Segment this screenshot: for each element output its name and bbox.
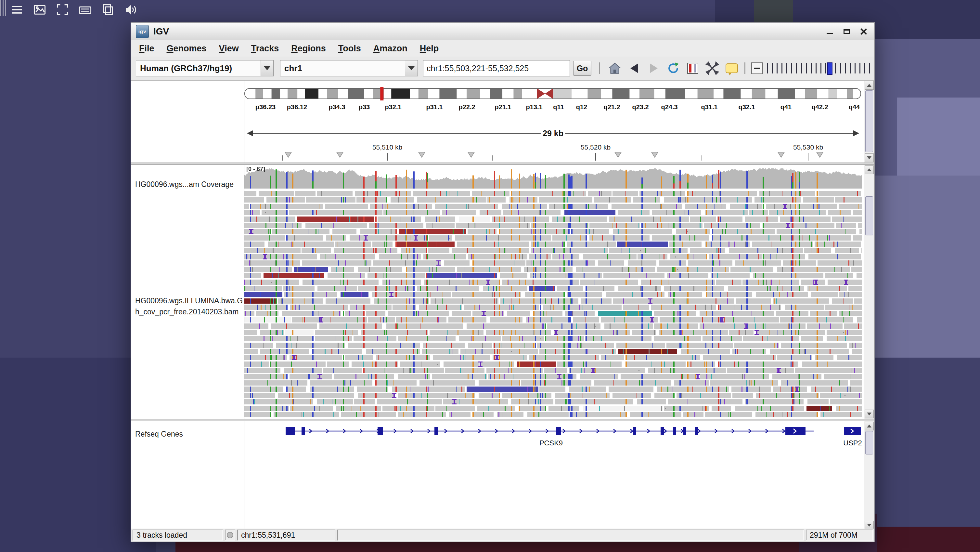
igv-logo: igv <box>136 25 149 38</box>
maximize-icon <box>843 29 850 34</box>
svg-text:q42.2: q42.2 <box>811 104 828 110</box>
desktop-patch <box>754 0 793 23</box>
close-icon <box>860 28 867 35</box>
svg-text:q12: q12 <box>576 104 587 110</box>
ideogram-panel: p36.23p36.12p34.3p33p32.1p31.1p22.2p21.1… <box>131 81 874 163</box>
panel-divider[interactable] <box>131 419 874 421</box>
alignment-scrollbar[interactable] <box>864 165 874 419</box>
desktop-patch <box>858 175 980 357</box>
svg-text:p22.2: p22.2 <box>458 104 475 110</box>
svg-text:55,530 kb: 55,530 kb <box>793 144 823 151</box>
forward-icon <box>645 59 663 77</box>
alignment-track-name-line2[interactable]: h_cov_pcr_free.20140203.bam <box>135 308 239 316</box>
svg-text:q21.2: q21.2 <box>603 104 620 110</box>
scroll-up-icon[interactable] <box>865 81 874 90</box>
status-indicator <box>225 530 235 541</box>
panel-grip[interactable] <box>0 0 8 16</box>
maximize-button[interactable] <box>841 26 853 37</box>
close-button[interactable] <box>858 26 870 37</box>
message-area <box>337 530 804 541</box>
genes-name-column: Refseq Genes <box>131 421 244 530</box>
svg-text:p34.3: p34.3 <box>329 104 345 110</box>
chevron-down-icon[interactable] <box>405 61 418 76</box>
keyboard-icon[interactable] <box>78 3 92 17</box>
menu-tools[interactable]: Tools <box>338 43 361 54</box>
desktop-taskbar <box>10 3 138 17</box>
scroll-up-icon[interactable] <box>865 166 874 174</box>
scroll-down-icon[interactable] <box>865 521 874 530</box>
status-dot-icon <box>227 532 233 538</box>
screenshot-icon[interactable] <box>32 3 47 17</box>
refresh-icon[interactable] <box>665 59 682 77</box>
svg-text:p32.1: p32.1 <box>385 104 401 110</box>
svg-text:p31.1: p31.1 <box>426 104 442 110</box>
menu-view[interactable]: View <box>219 43 239 54</box>
desktop-patch <box>897 97 980 175</box>
toolbar-separator <box>745 62 745 74</box>
windows-icon[interactable] <box>101 3 115 17</box>
scrollbar-thumb[interactable] <box>865 196 873 235</box>
scroll-up-icon[interactable] <box>865 422 874 431</box>
ideogram-main: p36.23p36.12p34.3p33p32.1p31.1p22.2p21.1… <box>244 81 864 163</box>
home-icon[interactable] <box>606 59 624 77</box>
go-button[interactable]: Go <box>573 61 591 76</box>
svg-text:q41: q41 <box>781 104 792 110</box>
scrollbar-thumb[interactable] <box>865 90 873 152</box>
window-title: IGV <box>153 26 169 37</box>
titlebar[interactable]: igv IGV <box>131 23 874 40</box>
menu-regions[interactable]: Regions <box>291 43 326 54</box>
svg-text:p36.12: p36.12 <box>287 104 307 110</box>
scroll-down-icon[interactable] <box>865 410 874 418</box>
ideogram-scrollbar[interactable] <box>864 81 874 163</box>
coverage-range-label: [0 - 67] <box>246 166 265 172</box>
minimize-button[interactable] <box>824 26 836 37</box>
svg-text:p36.23: p36.23 <box>255 104 275 110</box>
genes-scrollbar[interactable] <box>864 421 874 530</box>
locus-input[interactable] <box>423 60 570 77</box>
refseq-genes-track[interactable]: PCSK9USP2 <box>244 421 864 530</box>
menubar: File Genomes View Tracks Regions Tools A… <box>131 40 874 57</box>
window-controls <box>819 26 870 37</box>
svg-text:p21.1: p21.1 <box>495 104 511 110</box>
alignment-canvas[interactable] <box>244 165 862 418</box>
zoom-ticks[interactable] <box>767 63 874 73</box>
scroll-down-icon[interactable] <box>865 153 874 162</box>
chevron-down-icon[interactable] <box>261 61 273 76</box>
zoom-thumb[interactable] <box>827 62 832 75</box>
coverage-track-name[interactable]: HG00096.wgs...am Coverage <box>135 180 234 189</box>
genes-track-name[interactable]: Refseq Genes <box>135 430 183 439</box>
tooltip-icon[interactable] <box>723 59 741 77</box>
scrollbar-thumb[interactable] <box>865 431 873 455</box>
chromosome-select[interactable]: chr1 <box>280 60 418 77</box>
menu-file[interactable]: File <box>139 43 154 54</box>
define-region-icon[interactable] <box>684 59 702 77</box>
genes-panel: Refseq Genes PCSK9USP2 <box>131 421 874 530</box>
fit-to-window-icon[interactable] <box>703 59 721 77</box>
menu-amazon[interactable]: Amazon <box>373 43 407 54</box>
menu-genomes[interactable]: Genomes <box>167 43 207 54</box>
menu-tracks[interactable]: Tracks <box>251 43 279 54</box>
desktop-patch <box>877 526 980 552</box>
svg-text:q11: q11 <box>553 104 564 110</box>
back-icon[interactable] <box>625 59 643 77</box>
panel-divider[interactable] <box>131 163 874 165</box>
genome-select[interactable]: Human (GRCh37/hg19) <box>136 60 274 77</box>
genome-select-value: Human (GRCh37/hg19) <box>136 61 261 76</box>
fullscreen-icon[interactable] <box>55 3 70 17</box>
speaker-icon[interactable] <box>124 3 138 17</box>
menu-icon[interactable] <box>10 3 24 17</box>
svg-text:q32.1: q32.1 <box>738 104 755 110</box>
svg-text:55,520 kb: 55,520 kb <box>581 144 611 151</box>
svg-text:PCSK9: PCSK9 <box>539 439 563 447</box>
menu-help[interactable]: Help <box>420 43 439 54</box>
zoom-slider[interactable] <box>751 59 874 77</box>
tracks-loaded-status: 3 tracks loaded <box>132 530 223 541</box>
minimize-icon <box>827 33 833 34</box>
svg-text:p13.1: p13.1 <box>526 104 542 110</box>
svg-text:q31.1: q31.1 <box>701 104 718 110</box>
chromosome-ideogram[interactable]: p36.23p36.12p34.3p33p32.1p31.1p22.2p21.1… <box>244 81 864 163</box>
alignment-track-name-line1[interactable]: HG00096.wgs.ILLUMINA.bwa.G <box>135 297 243 305</box>
zoom-out-icon[interactable] <box>751 62 763 74</box>
svg-text:q24.3: q24.3 <box>661 104 678 110</box>
chromosome-select-value: chr1 <box>280 61 405 76</box>
